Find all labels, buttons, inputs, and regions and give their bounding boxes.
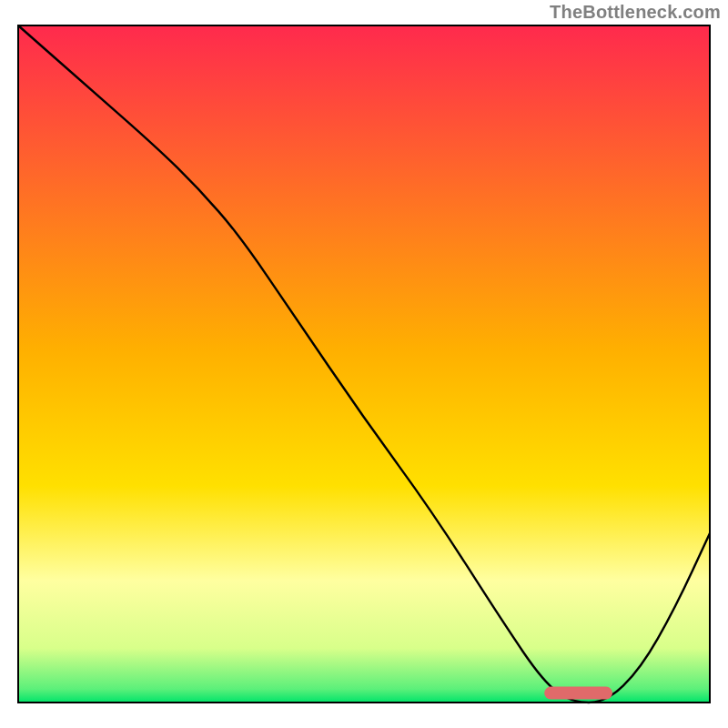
chart-container: TheBottleneck.com	[0, 0, 728, 728]
bottleneck-chart-svg	[0, 0, 728, 728]
plot-gradient-background	[18, 25, 710, 703]
watermark-text: TheBottleneck.com	[550, 2, 721, 23]
